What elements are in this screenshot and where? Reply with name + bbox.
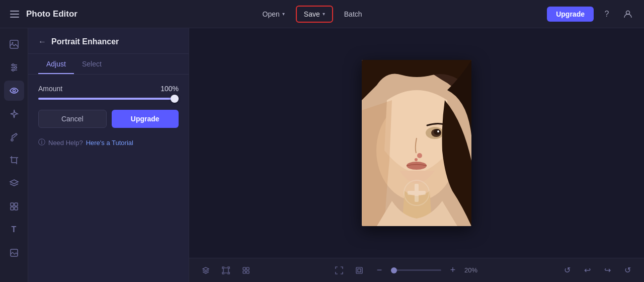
bottom-left-tools: [197, 262, 255, 279]
sidebar-layers-icon[interactable]: [4, 173, 24, 193]
zoom-in-button[interactable]: +: [444, 262, 461, 279]
sidebar: T: [0, 28, 28, 282]
zoom-value: 20%: [464, 266, 482, 274]
sidebar-eye-icon[interactable]: [4, 81, 24, 101]
panel-tabs: Adjust Select: [28, 54, 189, 75]
svg-rect-29: [223, 268, 228, 273]
svg-point-9: [13, 90, 15, 92]
help-text: Need Help?: [48, 139, 83, 147]
sidebar-text-icon[interactable]: T: [4, 220, 24, 240]
photo-container: [362, 60, 471, 226]
layers-button[interactable]: [197, 262, 214, 279]
open-chevron-icon: ▾: [282, 11, 285, 17]
sidebar-paint-icon[interactable]: [4, 127, 24, 147]
header-right: Upgrade ?: [547, 6, 636, 22]
svg-rect-35: [358, 269, 361, 272]
batch-button[interactable]: Batch: [337, 7, 369, 22]
svg-point-6: [12, 64, 14, 66]
upgrade-panel-button[interactable]: Upgrade: [112, 110, 179, 128]
reset-button[interactable]: ↺: [558, 262, 576, 279]
history-button[interactable]: ↺: [619, 262, 636, 279]
menu-icon[interactable]: [8, 9, 21, 20]
panel-actions: Cancel Upgrade: [38, 110, 179, 128]
tutorial-link[interactable]: Here's a Tutorial: [86, 139, 133, 147]
svg-rect-15: [11, 203, 14, 206]
amount-label: Amount: [38, 85, 62, 93]
svg-rect-30: [243, 267, 246, 270]
svg-rect-17: [11, 207, 14, 210]
svg-rect-34: [356, 267, 362, 273]
redo-button[interactable]: ↪: [599, 262, 616, 279]
bottom-right-tools: ↺ ↩ ↪ ↺: [558, 262, 636, 279]
fit-button[interactable]: [351, 262, 368, 279]
svg-rect-18: [15, 207, 18, 210]
header-left: Photo Editor: [8, 9, 77, 20]
tab-select[interactable]: Select: [74, 54, 110, 74]
canvas-main[interactable]: [189, 28, 644, 258]
sidebar-adjust-icon[interactable]: [4, 57, 24, 78]
bottom-center-tools: − + 20%: [331, 262, 482, 279]
svg-point-26: [407, 162, 427, 170]
svg-point-8: [12, 69, 14, 71]
watermark: [401, 178, 432, 208]
svg-point-25: [437, 130, 439, 132]
tab-adjust[interactable]: Adjust: [38, 54, 74, 74]
main-area: T ← Portrait Enhancer Adjust Select Amou…: [0, 28, 644, 282]
zoom-controls: − + 20%: [371, 262, 482, 279]
amount-value: 100%: [160, 85, 179, 93]
svg-point-7: [15, 66, 17, 68]
canvas-area: − + 20% ↺ ↩ ↪ ↺: [189, 28, 644, 282]
info-icon: ⓘ: [38, 138, 45, 147]
undo-button[interactable]: ↩: [579, 262, 596, 279]
grid-button[interactable]: [237, 262, 255, 279]
svg-rect-31: [247, 267, 249, 270]
amount-row: Amount 100%: [38, 85, 179, 93]
help-row: ⓘ Need Help? Here's a Tutorial: [38, 138, 179, 147]
sidebar-effects-icon[interactable]: [4, 196, 24, 217]
user-icon-button[interactable]: [620, 6, 636, 22]
save-chevron-icon: ▾: [323, 11, 325, 17]
amount-slider[interactable]: [38, 98, 179, 100]
expand-button[interactable]: [217, 262, 234, 279]
back-icon[interactable]: ←: [38, 37, 46, 46]
fullscreen-button[interactable]: [331, 262, 348, 279]
panel-header: ← Portrait Enhancer: [28, 28, 189, 54]
svg-rect-10: [12, 158, 17, 163]
help-icon-button[interactable]: ?: [599, 6, 615, 22]
svg-point-27: [417, 153, 422, 158]
zoom-slider[interactable]: [391, 269, 441, 271]
svg-rect-32: [243, 271, 246, 273]
app-header: Photo Editor Open ▾ Save ▾ Batch Upgrade…: [0, 0, 644, 28]
sidebar-image-icon[interactable]: [4, 34, 24, 54]
panel-title: Portrait Enhancer: [51, 37, 119, 46]
upgrade-button[interactable]: Upgrade: [547, 7, 594, 22]
sidebar-crop-icon[interactable]: [4, 150, 24, 170]
panel-content: Amount 100% Cancel Upgrade ⓘ Need Help? …: [28, 75, 189, 282]
svg-rect-16: [15, 203, 18, 206]
svg-point-24: [434, 129, 441, 135]
svg-point-28: [415, 158, 418, 161]
bottom-toolbar: − + 20% ↺ ↩ ↪ ↺: [189, 258, 644, 282]
sidebar-sticker-icon[interactable]: [4, 243, 24, 263]
save-button[interactable]: Save ▾: [296, 6, 333, 23]
svg-rect-19: [11, 249, 18, 256]
app-title: Photo Editor: [26, 9, 77, 19]
zoom-out-button[interactable]: −: [371, 262, 388, 279]
open-button[interactable]: Open ▾: [256, 7, 292, 22]
panel: ← Portrait Enhancer Adjust Select Amount…: [28, 28, 189, 282]
header-center: Open ▾ Save ▾ Batch: [256, 6, 369, 23]
svg-rect-33: [247, 271, 249, 273]
sidebar-sparkle-icon[interactable]: [4, 104, 24, 124]
cancel-button[interactable]: Cancel: [38, 110, 107, 128]
